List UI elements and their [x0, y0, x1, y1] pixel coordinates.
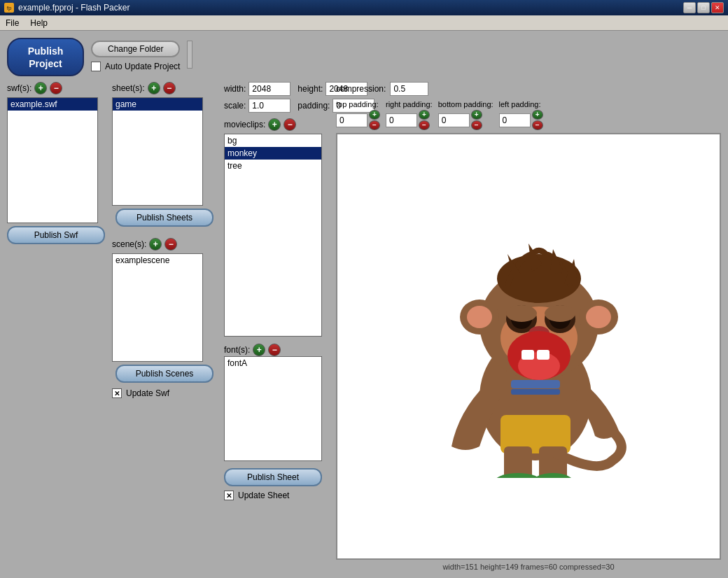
- close-button[interactable]: ✕: [711, 2, 724, 13]
- font-item[interactable]: fontA: [225, 357, 321, 369]
- auto-update-checkbox[interactable]: [91, 62, 101, 71]
- left-padding-label: left padding:: [499, 100, 541, 108]
- compression-label: compression:: [336, 84, 386, 94]
- width-input[interactable]: [248, 82, 290, 96]
- right-padding-minus[interactable]: −: [419, 120, 430, 130]
- bottom-padding-input[interactable]: [438, 113, 470, 127]
- preview-column: compression: top padding: + −: [336, 82, 721, 571]
- scene-list-item[interactable]: examplescene: [113, 254, 202, 267]
- top-padding-plus[interactable]: +: [369, 110, 380, 120]
- update-swf-checkbox[interactable]: ✕: [112, 388, 122, 398]
- movieclip-item-bg[interactable]: bg: [225, 134, 321, 147]
- scenes-label: scene(s):: [112, 239, 146, 249]
- top-padding-input[interactable]: [336, 113, 368, 127]
- menu-bar: File Help: [0, 15, 728, 31]
- publish-sheets-button[interactable]: Publish Sheets: [115, 209, 214, 227]
- scenes-remove-button[interactable]: −: [164, 238, 177, 251]
- svg-rect-25: [511, 389, 560, 395]
- monkey-preview-svg: [410, 216, 648, 478]
- sheets-list[interactable]: game: [112, 97, 203, 206]
- preview-status: width=151 height=149 frames=60 compresse…: [336, 563, 721, 571]
- publish-swf-button[interactable]: Publish Swf: [7, 226, 105, 244]
- preview-image-container: [336, 133, 721, 560]
- swf-list-item[interactable]: example.swf: [8, 98, 97, 111]
- sheets-label: sheet(s):: [112, 83, 145, 93]
- movieclips-label: movieclips:: [224, 120, 265, 129]
- change-folder-button[interactable]: Change Folder: [91, 41, 180, 57]
- left-padding-plus[interactable]: +: [532, 110, 543, 120]
- bottom-padding-plus[interactable]: +: [471, 110, 482, 120]
- height-label: height:: [298, 84, 323, 94]
- scenes-add-button[interactable]: +: [149, 238, 162, 251]
- svg-point-12: [545, 305, 575, 322]
- fonts-remove-button[interactable]: −: [268, 344, 281, 356]
- swf-remove-button[interactable]: −: [50, 82, 62, 94]
- scenes-list[interactable]: examplescene: [112, 253, 203, 362]
- scale-input[interactable]: [248, 99, 290, 113]
- right-padding-plus[interactable]: +: [419, 110, 430, 120]
- movieclips-add-button[interactable]: +: [268, 118, 281, 131]
- settings-column: width: height: scale: padding:: [224, 82, 329, 571]
- publish-scenes-button[interactable]: Publish Scenes: [115, 365, 214, 383]
- update-sheet-label: Update Sheet: [238, 491, 289, 500]
- window-title: example.fpproj - Flash Packer: [18, 3, 130, 13]
- top-padding-label: top padding:: [336, 100, 379, 108]
- maximize-button[interactable]: □: [697, 2, 710, 13]
- fonts-list[interactable]: fontA: [224, 356, 322, 461]
- auto-update-label: Auto Update Project: [105, 62, 180, 71]
- sheet-list-item[interactable]: game: [113, 98, 202, 111]
- bottom-padding-minus[interactable]: −: [471, 120, 482, 130]
- title-bar: fp example.fpproj - Flash Packer ─ □ ✕: [0, 0, 728, 15]
- svg-point-11: [506, 305, 537, 322]
- swf-list[interactable]: example.swf: [7, 97, 98, 223]
- menu-help[interactable]: Help: [24, 17, 53, 29]
- update-swf-label: Update Swf: [126, 388, 169, 398]
- menu-file[interactable]: File: [0, 17, 24, 29]
- svg-rect-24: [511, 380, 560, 388]
- publish-project-button[interactable]: PublishProject: [7, 38, 84, 76]
- right-padding-input[interactable]: [386, 113, 417, 127]
- svg-point-23: [532, 473, 574, 478]
- movieclip-item-monkey[interactable]: monkey: [225, 147, 321, 160]
- update-sheet-checkbox[interactable]: ✕: [224, 491, 234, 500]
- main-content: PublishProject Change Folder Auto Update…: [0, 31, 728, 578]
- movieclips-remove-button[interactable]: −: [284, 118, 296, 131]
- svg-rect-16: [522, 350, 534, 360]
- window-controls: ─ □ ✕: [683, 2, 724, 13]
- left-padding-minus[interactable]: −: [532, 120, 543, 130]
- scale-label: scale:: [224, 101, 246, 111]
- placeholder-bar: [187, 41, 192, 69]
- compression-input[interactable]: [390, 82, 428, 96]
- padding-label: padding:: [298, 101, 330, 111]
- app-icon: fp: [4, 3, 14, 13]
- top-padding-minus[interactable]: −: [369, 120, 380, 130]
- width-label: width:: [224, 84, 246, 94]
- svg-point-5: [467, 306, 492, 328]
- minimize-button[interactable]: ─: [683, 2, 696, 13]
- bottom-padding-label: bottom padding:: [438, 100, 493, 108]
- swf-add-button[interactable]: +: [34, 82, 47, 94]
- left-padding-input[interactable]: [499, 113, 531, 127]
- svg-point-22: [493, 473, 542, 478]
- svg-point-6: [586, 306, 611, 328]
- movieclip-item-tree[interactable]: tree: [225, 160, 321, 172]
- right-padding-label: right padding:: [386, 100, 433, 108]
- swf-column: swf(s): + − example.swf Publish Swf: [7, 82, 105, 571]
- sheets-add-button[interactable]: +: [148, 82, 160, 94]
- sheets-scenes-column: sheet(s): + − game Publish Sheets scene(…: [112, 82, 217, 571]
- movieclips-list[interactable]: bg monkey tree: [224, 134, 322, 337]
- publish-sheet-button[interactable]: Publish Sheet: [224, 468, 322, 486]
- sheets-remove-button[interactable]: −: [163, 82, 176, 94]
- svg-rect-17: [537, 350, 550, 360]
- fonts-add-button[interactable]: +: [253, 344, 265, 356]
- fonts-label: font(s):: [224, 345, 250, 355]
- swf-label: swf(s):: [7, 83, 31, 93]
